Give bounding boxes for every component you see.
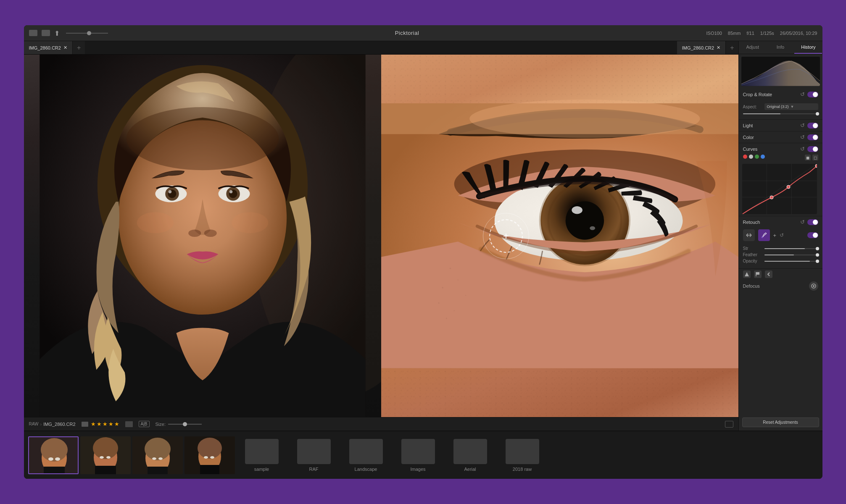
tool-add-btn[interactable]: + — [773, 232, 777, 239]
curves-extra-1[interactable]: ◼ — [805, 155, 811, 160]
ab-toggle[interactable]: A|B — [139, 421, 150, 427]
curve-dot-green[interactable] — [755, 155, 759, 159]
flag-icon[interactable] — [125, 421, 133, 427]
light-reset-btn[interactable]: ↺ — [800, 122, 805, 129]
tab-right[interactable]: IMG_2860.CR2 ✕ — [677, 41, 726, 54]
fullscreen-btn[interactable] — [725, 421, 733, 428]
svg-point-31 — [457, 279, 459, 281]
folder-2018raw[interactable]: 2018 raw — [497, 439, 548, 472]
tab-right-close[interactable]: ✕ — [717, 45, 720, 50]
folder-label-2018raw: 2018 raw — [513, 467, 532, 472]
svg-point-14 — [188, 229, 201, 237]
titlebar: ⬆ Picktorial ISO100 85mm f/11 1/125s 26/… — [24, 25, 822, 41]
share-icon[interactable]: ⬆ — [54, 29, 62, 37]
crop-reset-btn[interactable]: ↺ — [800, 91, 805, 97]
section-light-header[interactable]: Light ↺ — [739, 120, 822, 131]
iso-value: ISO100 — [706, 31, 722, 36]
star-5[interactable]: ★ — [114, 421, 119, 427]
filmstrip-thumb-4[interactable] — [184, 436, 235, 474]
color-toggle[interactable] — [807, 134, 818, 140]
section-retouch-header[interactable]: Retouch ↺ — [739, 216, 822, 228]
tab-history[interactable]: History — [794, 41, 822, 54]
view-icon-single[interactable] — [42, 30, 50, 36]
left-image-panel[interactable] — [24, 55, 381, 417]
flag2-icon[interactable] — [754, 270, 762, 278]
filmstrip-thumb-2[interactable] — [80, 436, 131, 474]
curves-reset-btn[interactable]: ↺ — [800, 146, 805, 152]
section-light: Light ↺ — [739, 120, 822, 131]
filename-label: IMG_2860.CR2 — [43, 422, 75, 427]
retouch-tools: + ↺ — [739, 228, 822, 243]
star-2[interactable]: ★ — [97, 421, 102, 427]
reset-adjustments-btn[interactable]: Reset Adjustments — [742, 417, 819, 427]
svg-marker-44 — [745, 272, 749, 276]
raw-label: RAW — [29, 422, 39, 426]
filmstrip-thumb-3[interactable] — [132, 436, 183, 474]
section-color: Color ↺ — [739, 131, 822, 143]
add-tab-left[interactable]: + — [73, 41, 85, 54]
tab-info[interactable]: Info — [767, 41, 794, 54]
mountain-icon[interactable] — [743, 270, 751, 278]
defocus-row: Defocus — [739, 280, 822, 292]
add-tab-right[interactable]: + — [726, 41, 738, 54]
folder-aerial[interactable]: Aerial — [445, 439, 495, 472]
retouch-reset-btn[interactable]: ↺ — [800, 219, 805, 225]
curves-extra-2[interactable]: ◻ — [812, 155, 818, 160]
retouch-toggle[interactable] — [807, 219, 818, 225]
svg-point-16 — [137, 212, 174, 233]
opacity-slider[interactable] — [764, 261, 818, 262]
zoom-slider[interactable] — [66, 33, 108, 34]
strength-slider[interactable] — [764, 248, 818, 249]
tab-bar: IMG_2860.CR2 ✕ + IMG_2860.CR2 ✕ + — [24, 41, 738, 55]
right-image-panel[interactable]: + — [381, 55, 738, 417]
view-icon-grid[interactable] — [29, 30, 37, 36]
color-reset-btn[interactable]: ↺ — [800, 134, 805, 140]
folder-box-aerial — [453, 439, 487, 464]
section-crop: Crop & Rotate ↺ Aspect: Original (3:2) ▼ — [739, 89, 822, 120]
defocus-svg — [811, 283, 817, 289]
extra-icons-row — [739, 269, 822, 280]
tool-reset-btn[interactable]: ↺ — [780, 232, 784, 238]
paint-tool-btn[interactable] — [758, 229, 770, 241]
folder-box-landscape — [349, 439, 383, 464]
tab-left[interactable]: IMG_2860.CR2 ✕ — [24, 41, 73, 54]
folder-landscape[interactable]: Landscape — [341, 439, 391, 472]
folder-raf[interactable]: RAF — [289, 439, 339, 472]
feather-slider[interactable] — [764, 255, 818, 255]
cursor-plus: + — [503, 230, 509, 242]
light-toggle[interactable] — [807, 123, 818, 129]
heal-tool-btn[interactable] — [743, 229, 755, 241]
retouch-layer-toggle[interactable] — [807, 232, 818, 238]
folder-sample[interactable]: sample — [237, 439, 287, 472]
tab-adjust[interactable]: Adjust — [739, 41, 767, 54]
svg-point-9 — [168, 190, 171, 194]
folder-label-sample: sample — [254, 467, 269, 472]
tab-left-add[interactable]: ✕ — [63, 45, 67, 50]
crop-toggle[interactable] — [807, 92, 818, 97]
filmstrip-thumb-1[interactable] — [28, 436, 79, 474]
star-rating[interactable]: ★ ★ ★ ★ ★ — [91, 421, 119, 427]
star-3[interactable]: ★ — [103, 421, 108, 427]
aspect-dropdown[interactable]: Original (3:2) ▼ — [764, 103, 818, 110]
section-color-header[interactable]: Color ↺ — [739, 131, 822, 143]
section-crop-header[interactable]: Crop & Rotate ↺ — [739, 89, 822, 100]
curves-toggle[interactable] — [807, 146, 818, 152]
left-arrow-icon[interactable] — [765, 270, 772, 278]
curve-dot-gray[interactable] — [749, 155, 753, 159]
rotation-slider[interactable] — [743, 113, 818, 114]
curve-dot-blue[interactable] — [761, 155, 765, 159]
curve-dot-red[interactable] — [743, 155, 747, 159]
curves-canvas[interactable] — [742, 164, 817, 214]
svg-line-38 — [742, 164, 817, 214]
svg-point-63 — [145, 438, 171, 460]
defocus-icon[interactable] — [809, 281, 818, 291]
breadcrumb-sep: › — [40, 422, 42, 427]
defocus-label: Defocus — [743, 284, 760, 289]
star-1[interactable]: ★ — [91, 421, 96, 427]
size-slider[interactable] — [168, 424, 202, 425]
svg-point-54 — [55, 457, 60, 461]
star-4[interactable]: ★ — [108, 421, 113, 427]
folder-images[interactable]: Images — [393, 439, 443, 472]
section-curves-header[interactable]: Curves ↺ — [739, 143, 822, 155]
thumb-2-svg — [80, 436, 131, 474]
